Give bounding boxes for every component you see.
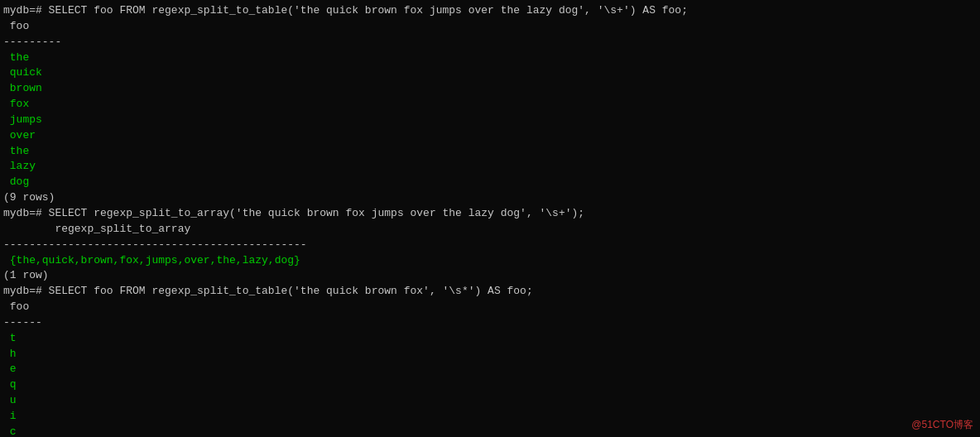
terminal-line: h	[3, 347, 977, 363]
terminal-line: (9 rows)	[3, 190, 977, 206]
terminal-line: ----------------------------------------…	[3, 238, 977, 253]
terminal-line: over	[3, 128, 977, 144]
terminal-line: q	[3, 377, 977, 393]
terminal-line: jumps	[3, 113, 977, 128]
terminal-line: fox	[3, 97, 977, 113]
terminal-line: foo	[3, 300, 977, 315]
terminal-line: lazy	[3, 159, 977, 175]
terminal-line: foo	[3, 19, 977, 35]
terminal-line: ------	[3, 315, 977, 331]
terminal-window: mydb=# SELECT foo FROM regexp_split_to_t…	[0, 0, 980, 437]
terminal-line: quick	[3, 65, 977, 81]
terminal-line: (1 row)	[3, 268, 977, 284]
terminal-line: u	[3, 393, 977, 409]
terminal-line: dog	[3, 175, 977, 190]
terminal-line: ---------	[3, 35, 977, 50]
terminal-line: brown	[3, 81, 977, 97]
terminal-line: mydb=# SELECT regexp_split_to_array('the…	[3, 206, 977, 222]
terminal-line: the	[3, 144, 977, 160]
watermark: @51CTO博客	[911, 418, 973, 432]
terminal-line: c	[3, 425, 977, 437]
terminal-line: mydb=# SELECT foo FROM regexp_split_to_t…	[3, 3, 977, 19]
terminal-line: regexp_split_to_array	[3, 222, 977, 238]
terminal-line: the	[3, 50, 977, 66]
terminal-line: e	[3, 362, 977, 377]
terminal-line: t	[3, 331, 977, 347]
terminal-line: i	[3, 409, 977, 425]
terminal-line: mydb=# SELECT foo FROM regexp_split_to_t…	[3, 284, 977, 300]
terminal-line: {the,quick,brown,fox,jumps,over,the,lazy…	[3, 253, 977, 269]
